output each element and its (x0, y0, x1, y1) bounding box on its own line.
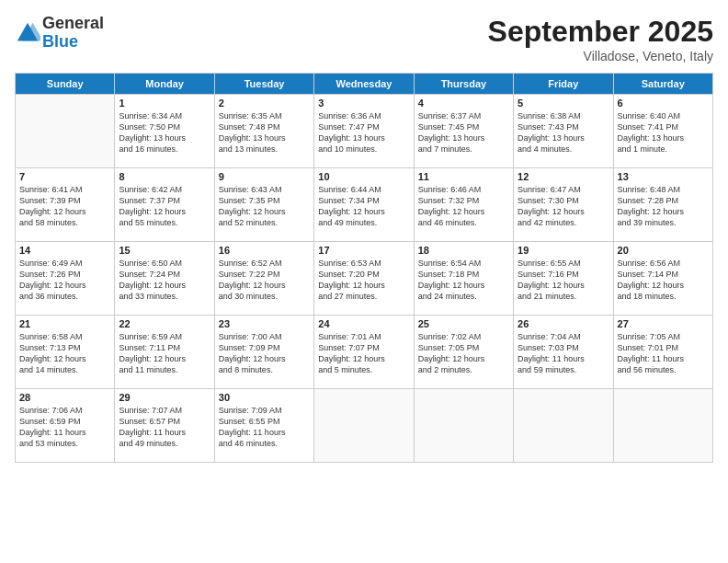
day-cell: 23Sunrise: 7:00 AM Sunset: 7:09 PM Dayli… (214, 316, 313, 389)
day-number: 27 (618, 318, 709, 329)
day-info: Sunrise: 6:38 AM Sunset: 7:43 PM Dayligh… (518, 110, 609, 155)
day-cell: 29Sunrise: 7:07 AM Sunset: 6:57 PM Dayli… (115, 389, 214, 463)
day-number: 2 (219, 98, 310, 109)
weekday-header-saturday: Saturday (613, 74, 712, 95)
day-number: 14 (19, 245, 110, 256)
day-info: Sunrise: 6:55 AM Sunset: 7:16 PM Dayligh… (518, 258, 609, 303)
weekday-header-row: SundayMondayTuesdayWednesdayThursdayFrid… (16, 74, 713, 95)
day-info: Sunrise: 6:59 AM Sunset: 7:11 PM Dayligh… (119, 331, 210, 376)
day-number: 18 (418, 245, 509, 256)
week-row-4: 28Sunrise: 7:06 AM Sunset: 6:59 PM Dayli… (16, 389, 713, 463)
day-info: Sunrise: 6:40 AM Sunset: 7:41 PM Dayligh… (618, 110, 709, 155)
day-cell (414, 389, 513, 463)
weekday-header-thursday: Thursday (414, 74, 513, 95)
day-info: Sunrise: 6:53 AM Sunset: 7:20 PM Dayligh… (318, 258, 409, 303)
day-info: Sunrise: 7:02 AM Sunset: 7:05 PM Dayligh… (418, 331, 509, 376)
day-number: 26 (518, 318, 609, 329)
day-cell (314, 389, 414, 463)
weekday-header-monday: Monday (115, 74, 214, 95)
day-info: Sunrise: 6:50 AM Sunset: 7:24 PM Dayligh… (119, 258, 210, 303)
day-info: Sunrise: 6:44 AM Sunset: 7:34 PM Dayligh… (318, 184, 409, 229)
day-cell: 22Sunrise: 6:59 AM Sunset: 7:11 PM Dayli… (115, 316, 214, 389)
day-info: Sunrise: 6:42 AM Sunset: 7:37 PM Dayligh… (119, 184, 210, 229)
day-cell: 5Sunrise: 6:38 AM Sunset: 7:43 PM Daylig… (514, 95, 613, 168)
day-cell: 14Sunrise: 6:49 AM Sunset: 7:26 PM Dayli… (16, 242, 115, 316)
logo-blue: Blue (42, 33, 104, 52)
day-info: Sunrise: 6:35 AM Sunset: 7:48 PM Dayligh… (219, 110, 310, 155)
day-info: Sunrise: 6:46 AM Sunset: 7:32 PM Dayligh… (418, 184, 509, 229)
day-cell: 1Sunrise: 6:34 AM Sunset: 7:50 PM Daylig… (115, 95, 214, 168)
day-number: 11 (418, 171, 509, 182)
calendar: SundayMondayTuesdayWednesdayThursdayFrid… (15, 73, 713, 463)
day-cell: 24Sunrise: 7:01 AM Sunset: 7:07 PM Dayli… (314, 316, 414, 389)
page: General Blue September 2025 Villadose, V… (0, 0, 728, 563)
weekday-header-tuesday: Tuesday (214, 74, 313, 95)
month-title: September 2025 (488, 15, 713, 49)
day-number: 12 (518, 171, 609, 182)
day-cell: 25Sunrise: 7:02 AM Sunset: 7:05 PM Dayli… (414, 316, 513, 389)
day-info: Sunrise: 7:05 AM Sunset: 7:01 PM Dayligh… (618, 331, 709, 376)
day-info: Sunrise: 7:07 AM Sunset: 6:57 PM Dayligh… (119, 405, 210, 450)
day-cell (613, 389, 712, 463)
day-cell: 9Sunrise: 6:43 AM Sunset: 7:35 PM Daylig… (214, 168, 313, 242)
logo: General Blue (15, 15, 104, 52)
week-row-0: 1Sunrise: 6:34 AM Sunset: 7:50 PM Daylig… (16, 95, 713, 168)
day-number: 25 (418, 318, 509, 329)
day-number: 10 (318, 171, 409, 182)
week-row-3: 21Sunrise: 6:58 AM Sunset: 7:13 PM Dayli… (16, 316, 713, 389)
day-cell: 16Sunrise: 6:52 AM Sunset: 7:22 PM Dayli… (214, 242, 313, 316)
day-info: Sunrise: 6:52 AM Sunset: 7:22 PM Dayligh… (219, 258, 310, 303)
day-cell: 20Sunrise: 6:56 AM Sunset: 7:14 PM Dayli… (613, 242, 712, 316)
day-cell: 18Sunrise: 6:54 AM Sunset: 7:18 PM Dayli… (414, 242, 513, 316)
day-number: 8 (119, 171, 210, 182)
day-cell: 2Sunrise: 6:35 AM Sunset: 7:48 PM Daylig… (214, 95, 313, 168)
day-number: 1 (119, 98, 210, 109)
day-info: Sunrise: 7:04 AM Sunset: 7:03 PM Dayligh… (518, 331, 609, 376)
logo-general: General (42, 15, 104, 33)
day-info: Sunrise: 6:37 AM Sunset: 7:45 PM Dayligh… (418, 110, 509, 155)
day-number: 4 (418, 98, 509, 109)
logo-text: General Blue (42, 15, 104, 52)
day-cell (16, 95, 115, 168)
day-cell: 12Sunrise: 6:47 AM Sunset: 7:30 PM Dayli… (514, 168, 613, 242)
day-info: Sunrise: 7:09 AM Sunset: 6:55 PM Dayligh… (219, 405, 310, 450)
day-cell: 15Sunrise: 6:50 AM Sunset: 7:24 PM Dayli… (115, 242, 214, 316)
day-number: 3 (318, 98, 409, 109)
day-number: 15 (119, 245, 210, 256)
day-cell: 6Sunrise: 6:40 AM Sunset: 7:41 PM Daylig… (613, 95, 712, 168)
day-info: Sunrise: 6:54 AM Sunset: 7:18 PM Dayligh… (418, 258, 509, 303)
day-info: Sunrise: 6:48 AM Sunset: 7:28 PM Dayligh… (618, 184, 709, 229)
day-number: 22 (119, 318, 210, 329)
day-cell: 19Sunrise: 6:55 AM Sunset: 7:16 PM Dayli… (514, 242, 613, 316)
weekday-header-wednesday: Wednesday (314, 74, 414, 95)
day-cell: 28Sunrise: 7:06 AM Sunset: 6:59 PM Dayli… (16, 389, 115, 463)
day-info: Sunrise: 7:06 AM Sunset: 6:59 PM Dayligh… (19, 405, 110, 450)
header: General Blue September 2025 Villadose, V… (15, 15, 713, 63)
day-info: Sunrise: 6:36 AM Sunset: 7:47 PM Dayligh… (318, 110, 409, 155)
day-number: 28 (19, 392, 110, 403)
day-cell: 26Sunrise: 7:04 AM Sunset: 7:03 PM Dayli… (514, 316, 613, 389)
day-info: Sunrise: 7:01 AM Sunset: 7:07 PM Dayligh… (318, 331, 409, 376)
location: Villadose, Veneto, Italy (488, 49, 713, 63)
day-info: Sunrise: 6:41 AM Sunset: 7:39 PM Dayligh… (19, 184, 110, 229)
week-row-2: 14Sunrise: 6:49 AM Sunset: 7:26 PM Dayli… (16, 242, 713, 316)
day-cell: 27Sunrise: 7:05 AM Sunset: 7:01 PM Dayli… (613, 316, 712, 389)
day-info: Sunrise: 7:00 AM Sunset: 7:09 PM Dayligh… (219, 331, 310, 376)
day-info: Sunrise: 6:58 AM Sunset: 7:13 PM Dayligh… (19, 331, 110, 376)
day-number: 6 (618, 98, 709, 109)
day-number: 30 (219, 392, 310, 403)
day-number: 16 (219, 245, 310, 256)
day-cell: 30Sunrise: 7:09 AM Sunset: 6:55 PM Dayli… (214, 389, 313, 463)
day-info: Sunrise: 6:56 AM Sunset: 7:14 PM Dayligh… (618, 258, 709, 303)
day-info: Sunrise: 6:47 AM Sunset: 7:30 PM Dayligh… (518, 184, 609, 229)
day-number: 13 (618, 171, 709, 182)
day-cell: 13Sunrise: 6:48 AM Sunset: 7:28 PM Dayli… (613, 168, 712, 242)
day-number: 7 (19, 171, 110, 182)
day-number: 9 (219, 171, 310, 182)
logo-icon (15, 20, 40, 46)
day-number: 21 (19, 318, 110, 329)
day-cell: 4Sunrise: 6:37 AM Sunset: 7:45 PM Daylig… (414, 95, 513, 168)
day-cell: 17Sunrise: 6:53 AM Sunset: 7:20 PM Dayli… (314, 242, 414, 316)
day-cell: 10Sunrise: 6:44 AM Sunset: 7:34 PM Dayli… (314, 168, 414, 242)
day-cell (514, 389, 613, 463)
